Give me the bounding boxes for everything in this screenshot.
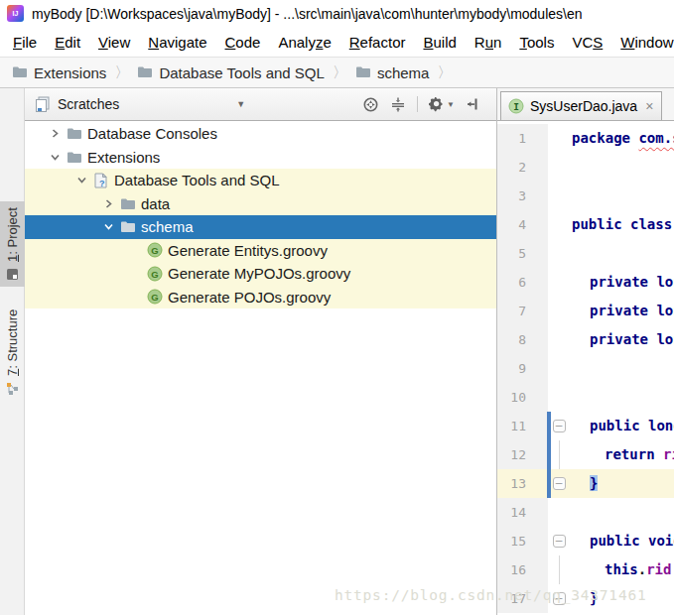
menu-item[interactable]: Edit [46, 31, 89, 54]
line-number: 11 [497, 412, 548, 440]
no-icon [127, 266, 143, 282]
tree-item[interactable]: schema [25, 215, 496, 239]
breadcrumb-separator-icon: 〉 [437, 63, 452, 82]
code-line[interactable]: private lon [570, 297, 674, 325]
fold-start-icon[interactable]: – [553, 420, 566, 432]
line-number: 2 [497, 153, 548, 182]
line-number: 12 [497, 440, 548, 469]
editor-tab[interactable]: I SysUserDao.java × [500, 91, 662, 120]
menu-item[interactable]: Run [466, 31, 511, 54]
tree-item[interactable]: data [25, 192, 496, 216]
menu-item[interactable]: Analyze [269, 31, 339, 54]
gutter-fold-column [548, 555, 570, 584]
editor-body[interactable]: 1 package com.s 2 3 4 public class 5 6 p… [497, 121, 674, 615]
editor-line: 11 – public long [497, 412, 674, 440]
line-number: 15 [497, 527, 548, 555]
fold-end-icon[interactable]: – [553, 477, 566, 490]
collapse-all-icon[interactable] [390, 96, 406, 113]
settings-icon[interactable]: ▼ [429, 96, 455, 112]
menu-item[interactable]: Window [611, 31, 674, 54]
editor-line: 9 [497, 354, 674, 383]
stripe-button-label: 7: Structure [5, 309, 20, 376]
stripe-button-project[interactable]: 1: Project [0, 201, 25, 287]
code-line[interactable] [570, 354, 674, 383]
breadcrumb-separator-icon: 〉 [333, 63, 347, 82]
gutter-fold-column [548, 182, 570, 210]
folder-icon [66, 126, 82, 142]
code-line[interactable]: package com.s [570, 124, 674, 153]
tree-item[interactable]: ? Database Tools and SQL [25, 169, 496, 192]
folder-icon [66, 149, 82, 165]
tree-item[interactable]: Extensions [25, 146, 496, 170]
code-line[interactable]: } [570, 469, 674, 498]
stripe-button-structure[interactable]: 7: Structure [0, 304, 25, 401]
code-line[interactable]: public class [570, 210, 674, 239]
chevron-down-icon: ▼ [447, 100, 455, 109]
menu-item[interactable]: VCS [563, 31, 611, 54]
chevron-expanded-icon[interactable] [100, 219, 116, 235]
chevron-down-icon[interactable]: ▼ [236, 99, 245, 109]
tree-item[interactable]: Database Consoles [25, 122, 496, 146]
tree-item[interactable]: G Generate POJOs.groovy [25, 286, 496, 309]
code-line[interactable] [570, 182, 674, 210]
fold-start-icon[interactable]: – [553, 535, 566, 548]
code-segment: this [605, 561, 638, 577]
code-line[interactable] [570, 239, 674, 268]
editor-line: 5 [497, 239, 674, 268]
line-number: 16 [497, 555, 548, 584]
menu-item[interactable]: View [89, 31, 139, 54]
fold-region-line [559, 555, 560, 584]
svg-text:G: G [151, 292, 158, 303]
menu-item[interactable]: Code [216, 31, 270, 54]
editor-line: 13 – } [497, 469, 674, 498]
tree-item-label: Extensions [87, 149, 160, 166]
code-line[interactable]: private lon [570, 268, 674, 297]
line-number: 13 [497, 469, 548, 498]
tree-item-label: Generate MyPOJOs.groovy [168, 265, 350, 282]
folder-icon [12, 64, 28, 81]
editor-line: 8 private lon [497, 325, 674, 354]
gutter-fold-column: – [548, 527, 570, 555]
fold-end-icon[interactable]: – [553, 592, 566, 605]
gutter-fold-column [548, 498, 570, 527]
code-line[interactable]: public long [570, 412, 674, 440]
code-line[interactable] [570, 498, 674, 527]
close-icon[interactable]: × [645, 98, 653, 114]
menu-item[interactable]: File [4, 31, 46, 54]
menu-item[interactable]: Tools [510, 31, 563, 54]
menu-item[interactable]: Navigate [139, 31, 215, 54]
code-segment: public void [590, 533, 674, 549]
menu-item[interactable]: Build [414, 31, 465, 54]
chevron-collapsed-icon[interactable] [100, 195, 116, 211]
code-line[interactable]: return ri [570, 440, 674, 469]
tree-item[interactable]: G Generate Entitys.groovy [25, 239, 496, 263]
code-line[interactable]: private lon [570, 325, 674, 354]
code-line[interactable] [570, 383, 674, 412]
tool-window-view-selector[interactable]: Scratches [58, 96, 119, 112]
code-segment: package [572, 130, 638, 146]
code-segment: } [590, 475, 598, 491]
code-line[interactable]: this.rid [570, 555, 674, 584]
code-segment: public class [572, 216, 674, 232]
breadcrumb-item[interactable]: Extensions [12, 64, 106, 81]
code-line[interactable]: } [570, 584, 674, 613]
breadcrumb-item[interactable]: schema [355, 64, 430, 81]
breadcrumb-item[interactable]: Database Tools and SQL [137, 64, 325, 81]
locate-icon[interactable] [362, 96, 379, 113]
svg-text:G: G [151, 268, 158, 279]
breadcrumb-label: Database Tools and SQL [159, 64, 325, 81]
hide-icon[interactable] [466, 96, 480, 112]
editor-tab-title: SysUserDao.java [530, 98, 637, 114]
scratches-icon [35, 96, 51, 112]
menu-item[interactable]: Refactor [340, 31, 415, 54]
breadcrumb-label: Extensions [34, 64, 106, 81]
code-segment: . [638, 561, 646, 577]
tree-item[interactable]: G Generate MyPOJOs.groovy [25, 262, 496, 286]
chevron-collapsed-icon[interactable] [47, 126, 63, 142]
chevron-expanded-icon[interactable] [73, 173, 89, 188]
line-number: 3 [497, 182, 548, 210]
chevron-expanded-icon[interactable] [47, 149, 63, 165]
code-line[interactable] [570, 153, 674, 182]
code-line[interactable]: public void [570, 527, 674, 555]
code-segment: } [590, 590, 598, 606]
